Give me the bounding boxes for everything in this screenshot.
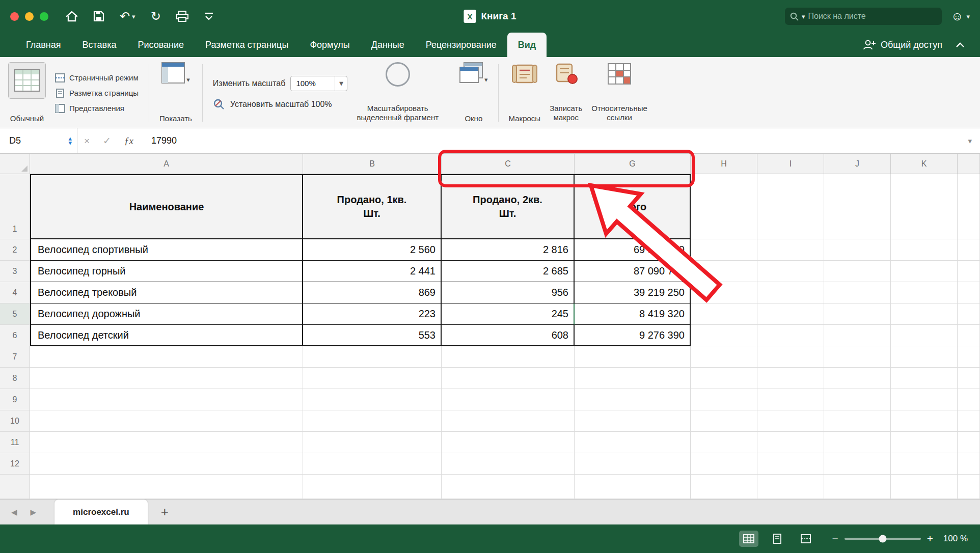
custom-views-button[interactable]: Представления	[55, 104, 139, 113]
sheet-tab-microexcel[interactable]: microexcel.ru	[55, 500, 148, 524]
cell-c5[interactable]: 245	[442, 303, 575, 325]
cancel-entry-icon[interactable]: ×	[77, 135, 96, 147]
empty-cell[interactable]	[757, 475, 824, 499]
empty-cell[interactable]	[757, 389, 824, 410]
row-header-11[interactable]: 11	[0, 432, 30, 453]
search-input[interactable]	[808, 12, 936, 21]
row-header-4[interactable]: 4	[0, 282, 30, 303]
row-header-10[interactable]: 10	[0, 410, 30, 432]
cell-c4[interactable]: 956	[442, 282, 575, 303]
cell-a4[interactable]: Велосипед трековый	[30, 282, 303, 303]
zoom-combobox[interactable]: 100% ▾	[290, 76, 347, 91]
insert-function-icon[interactable]: ƒx	[118, 135, 140, 147]
empty-cell[interactable]	[757, 325, 824, 346]
empty-cell[interactable]	[891, 303, 958, 325]
cell-g5[interactable]: 8 419 320	[575, 303, 691, 325]
empty-cell[interactable]	[303, 410, 442, 432]
empty-cell[interactable]	[824, 282, 891, 303]
empty-cell[interactable]	[442, 410, 575, 432]
cell-b5[interactable]: 223	[303, 303, 442, 325]
cell-g4[interactable]: 39 219 250	[575, 282, 691, 303]
empty-cell[interactable]	[303, 389, 442, 410]
add-sheet-button[interactable]: +	[148, 500, 182, 524]
tab-page-layout[interactable]: Разметка страницы	[195, 33, 299, 57]
empty-cell[interactable]	[691, 239, 757, 261]
cell-c2[interactable]: 2 816	[442, 239, 575, 261]
empty-cell[interactable]	[757, 239, 824, 261]
zoom-out-button[interactable]: −	[832, 533, 838, 545]
empty-cell[interactable]	[757, 303, 824, 325]
column-header-c[interactable]: C	[442, 154, 575, 174]
cell-b4[interactable]: 869	[303, 282, 442, 303]
zoom-to-selection-button[interactable]: Масштабировать выделенный фрагмент	[357, 62, 439, 124]
cell-a5[interactable]: Велосипед дорожный	[30, 303, 303, 325]
select-all-corner[interactable]	[0, 154, 30, 174]
empty-cell[interactable]	[824, 475, 891, 499]
zoom-window-button[interactable]	[40, 12, 48, 21]
minimize-window-button[interactable]	[25, 12, 34, 21]
empty-cell[interactable]	[30, 346, 303, 368]
empty-cell[interactable]	[891, 475, 958, 499]
name-box-stepper[interactable]: ▴▾	[68, 136, 72, 145]
empty-cell[interactable]	[303, 346, 442, 368]
empty-cell[interactable]	[891, 282, 958, 303]
empty-cell[interactable]	[824, 432, 891, 453]
column-header-j[interactable]: J	[824, 154, 891, 174]
print-icon[interactable]	[176, 11, 188, 22]
cell-g6[interactable]: 9 276 390	[575, 325, 691, 346]
empty-cell[interactable]	[442, 453, 575, 475]
page-layout-view-button[interactable]: Разметка страницы	[55, 89, 139, 98]
empty-cell[interactable]	[891, 389, 958, 410]
empty-cell[interactable]	[30, 389, 303, 410]
empty-cell[interactable]	[30, 368, 303, 389]
empty-cell[interactable]	[442, 346, 575, 368]
relative-references-button[interactable]: Относительные ссылки	[591, 62, 647, 124]
header-cell-name[interactable]: Наименование	[30, 174, 303, 239]
next-sheet-icon[interactable]: ▶	[31, 508, 37, 517]
cell-a6[interactable]: Велосипед детский	[30, 325, 303, 346]
empty-cell[interactable]	[891, 453, 958, 475]
undo-menu-caret-icon[interactable]: ▾	[132, 13, 135, 20]
column-header-i[interactable]: I	[757, 154, 824, 174]
empty-cell[interactable]	[30, 453, 303, 475]
empty-cell[interactable]	[757, 261, 824, 282]
column-header-h[interactable]: H	[691, 154, 757, 174]
row-header-12[interactable]: 12	[0, 453, 30, 475]
empty-cell[interactable]	[442, 368, 575, 389]
empty-cell[interactable]	[691, 261, 757, 282]
row-header-6[interactable]: 6	[0, 325, 30, 346]
tab-view[interactable]: Вид	[507, 33, 547, 57]
empty-cell[interactable]	[442, 389, 575, 410]
empty-cell[interactable]	[891, 261, 958, 282]
tab-formulas[interactable]: Формулы	[299, 33, 360, 57]
confirm-entry-icon[interactable]: ✓	[96, 135, 118, 147]
empty-cell[interactable]	[757, 346, 824, 368]
empty-cell[interactable]	[30, 432, 303, 453]
cell-b6[interactable]: 553	[303, 325, 442, 346]
name-box[interactable]: D5 ▴▾	[0, 128, 77, 153]
window-menu-button[interactable]: ▾ Окно	[459, 62, 488, 124]
row-header-8[interactable]: 8	[0, 368, 30, 389]
formula-input[interactable]: 17990	[140, 135, 177, 146]
row-header-1[interactable]: 1	[0, 174, 30, 239]
zoom-percentage[interactable]: 100 %	[939, 534, 968, 544]
row-header-13[interactable]	[0, 475, 30, 499]
status-normal-view-button[interactable]	[739, 531, 758, 547]
empty-cell[interactable]	[30, 475, 303, 499]
empty-cell[interactable]	[891, 410, 958, 432]
feedback-button[interactable]: ☺ ▾	[951, 9, 970, 23]
tab-data[interactable]: Данные	[361, 33, 415, 57]
cell-g3[interactable]: 87 090 740	[575, 261, 691, 282]
empty-cell[interactable]	[691, 453, 757, 475]
empty-cell[interactable]	[757, 282, 824, 303]
zoom-combobox-caret-icon[interactable]: ▾	[335, 76, 347, 91]
empty-cell[interactable]	[691, 368, 757, 389]
empty-cell[interactable]	[824, 346, 891, 368]
empty-cell[interactable]	[575, 475, 691, 499]
column-header-k[interactable]: K	[891, 154, 958, 174]
empty-cell[interactable]	[891, 325, 958, 346]
empty-cell[interactable]	[824, 325, 891, 346]
show-dropdown-button[interactable]: ▾ Показать	[159, 62, 192, 124]
cell-g2[interactable]: 69 834 240	[575, 239, 691, 261]
empty-cell[interactable]	[824, 410, 891, 432]
